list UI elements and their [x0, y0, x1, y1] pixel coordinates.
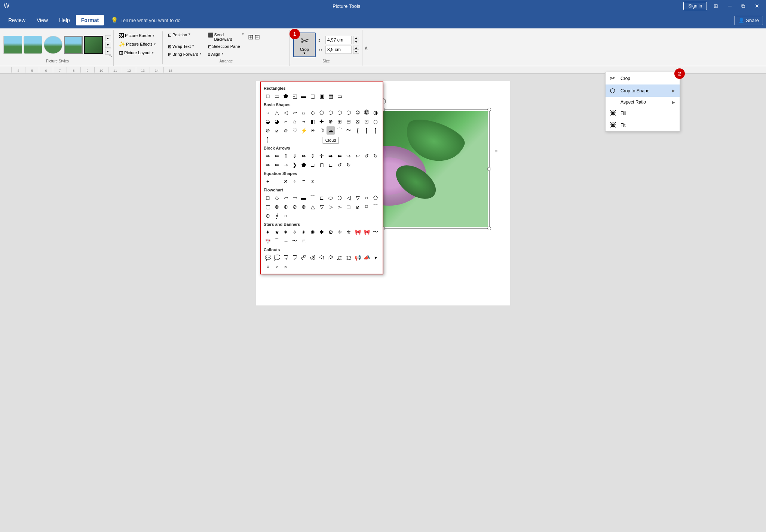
minimize-button[interactable]: ─	[725, 1, 735, 10]
shape-heart[interactable]: ♡	[291, 126, 299, 135]
style-thumb-4[interactable]	[64, 36, 83, 54]
width-up-button[interactable]: ▲	[353, 46, 359, 50]
shape-rect5[interactable]: ▢	[309, 92, 317, 100]
fc-preparation[interactable]: ⬡	[335, 194, 344, 202]
fc-magnetic-tape[interactable]: ○	[282, 212, 290, 220]
handle-bottom-right[interactable]	[487, 227, 491, 230]
shape-left-arrow[interactable]: ⇐	[273, 152, 281, 160]
shape-notched-right[interactable]: ⇒	[264, 161, 272, 169]
shape-octagon[interactable]: ⬡	[344, 108, 353, 117]
fc-magnetic-disk[interactable]: ⊙	[264, 212, 272, 220]
star-16pt[interactable]: ⚙	[327, 228, 335, 236]
shape-bevel[interactable]: ⊡	[362, 117, 371, 126]
shape-right-arrow2[interactable]: ➡	[327, 152, 335, 160]
crop-menu-crop[interactable]: ✂ Crop	[606, 72, 680, 84]
star-12pt[interactable]: ✱	[318, 228, 326, 236]
fc-terminator[interactable]: ⬭	[327, 194, 335, 202]
shape-rect4[interactable]: ▬	[300, 92, 308, 100]
layout-options-button[interactable]: ≡	[491, 146, 501, 156]
shape-lr-arrow[interactable]: ⇔	[300, 152, 308, 160]
shape-pentagon[interactable]: ⬠	[318, 108, 326, 117]
expand-icon[interactable]: ⤡	[109, 53, 112, 58]
crop-menu-fill[interactable]: 🖼 Fill	[606, 107, 680, 119]
callout-rounded-rect[interactable]: 💭	[273, 253, 281, 262]
shape-decagon[interactable]: ⑩	[353, 108, 362, 117]
fc-summing[interactable]: ⊕	[282, 203, 290, 211]
shape-not-equal-eq[interactable]: ≠	[309, 177, 317, 185]
shape-down-callout[interactable]: ⊓	[318, 161, 326, 169]
fc-data[interactable]: ▱	[282, 194, 290, 202]
shape-right-arrow[interactable]: ⇒	[264, 152, 272, 160]
width-input[interactable]	[325, 46, 352, 54]
fc-collate[interactable]: ⊛	[300, 203, 308, 211]
fc-punch-tape[interactable]: ⊗	[273, 203, 281, 211]
fc-internal[interactable]: ▬	[300, 194, 308, 202]
fc-stored-data[interactable]: ◻	[344, 203, 353, 211]
fc-predefined[interactable]: ▭	[291, 194, 299, 202]
star-32pt[interactable]: ⚜	[344, 228, 353, 236]
shape-left-arrow2[interactable]: ⬅	[335, 152, 344, 160]
callout-2-bent-lines[interactable]: 🗬	[318, 253, 326, 262]
callout-up-ribbon[interactable]: ◃	[273, 262, 281, 271]
callout-bent-line[interactable]: 🗫	[309, 253, 317, 262]
shape-bracket-left[interactable]: [	[362, 126, 371, 135]
style-thumb-5[interactable]	[84, 36, 103, 54]
close-button[interactable]: ✕	[752, 1, 762, 10]
fc-alternate[interactable]: ◇	[273, 194, 281, 202]
callout-oval[interactable]: 🗨	[282, 253, 290, 262]
shape-half-frame[interactable]: ⌂	[291, 117, 299, 126]
ribbon-scroll[interactable]: 🎌	[264, 237, 272, 245]
shape-oval[interactable]: ○	[264, 108, 272, 117]
fc-manual-op[interactable]: ▽	[353, 194, 362, 202]
shape-u-turn[interactable]: ↺	[362, 152, 371, 160]
scroll-down-arrow[interactable]: ▼	[105, 42, 111, 48]
menu-format[interactable]: Format	[76, 15, 104, 25]
crop-menu-aspect-ratio[interactable]: Aspect Ratio ▶	[606, 97, 680, 107]
fc-manual-input[interactable]: ◁	[344, 194, 353, 202]
shape-teardrop[interactable]: ◕	[273, 117, 281, 126]
restore-button[interactable]: ⧉	[738, 1, 748, 11]
shape-striped-right[interactable]: ⇢	[282, 161, 290, 169]
fc-direct-access[interactable]: ⌑	[362, 203, 371, 211]
callout-no-border[interactable]: 🗮	[335, 253, 344, 262]
star-8pt[interactable]: ✴	[300, 228, 308, 236]
shape-brace-right[interactable]: }	[264, 135, 272, 144]
star-6pt[interactable]: ✶	[282, 228, 290, 236]
shape-snip-rect[interactable]: ⬟	[282, 92, 290, 100]
scroll-horizontal[interactable]: ⌑	[300, 237, 308, 245]
shape-left-callout[interactable]: ⊏	[327, 161, 335, 169]
shape-corner[interactable]: ¬	[300, 117, 308, 126]
tell-me-text[interactable]: Tell me what you want to do	[120, 18, 180, 23]
width-down-button[interactable]: ▼	[353, 50, 359, 54]
align-button[interactable]: ≡ Align ▼	[206, 51, 247, 58]
callout-rect[interactable]: 💬	[264, 253, 272, 262]
shape-circular-arrow2[interactable]: ↻	[344, 161, 353, 169]
picture-border-button[interactable]: 🖼 Picture Border ▼	[117, 31, 159, 40]
shape-rect6[interactable]: ▣	[318, 92, 326, 100]
shape-bend-arrow[interactable]: ↻	[371, 152, 380, 160]
star-4pt[interactable]: ✦	[264, 228, 272, 236]
share-button[interactable]: 👤 Share	[734, 16, 763, 25]
shape-heptagon[interactable]: ⬡	[335, 108, 344, 117]
banner-up-curve[interactable]: ⌒	[273, 237, 281, 245]
shape-cloud[interactable]: ☁ Cloud	[327, 126, 335, 135]
sign-in-button[interactable]: Sign in	[683, 2, 707, 10]
shape-diamond[interactable]: ◇	[309, 108, 317, 117]
shape-cross[interactable]: ✚	[318, 117, 326, 126]
shape-diagonal-stripe[interactable]: ◧	[309, 117, 317, 126]
shape-rect7[interactable]: ▤	[327, 92, 335, 100]
fc-display[interactable]: ⌒	[371, 203, 380, 211]
callout-line[interactable]: 🗪	[300, 253, 308, 262]
fc-delay[interactable]: ▻	[335, 203, 344, 211]
shape-chevron[interactable]: ❯	[291, 161, 299, 169]
picture-effects-button[interactable]: ✨ Picture Effects ▼	[117, 40, 159, 48]
style-thumb-1[interactable]	[3, 36, 22, 54]
fc-document[interactable]: ⌒	[309, 194, 317, 202]
crop-menu-fit[interactable]: 🖼 Fit	[606, 119, 680, 131]
shape-rect8[interactable]: ▭	[335, 92, 344, 100]
star-24pt[interactable]: ⚛	[335, 228, 344, 236]
shape-right-triangle[interactable]: ◁	[282, 108, 290, 117]
callout-bent2[interactable]: 📢	[353, 253, 362, 262]
fc-merge[interactable]: ▷	[327, 203, 335, 211]
fc-or[interactable]: ⊘	[291, 203, 299, 211]
